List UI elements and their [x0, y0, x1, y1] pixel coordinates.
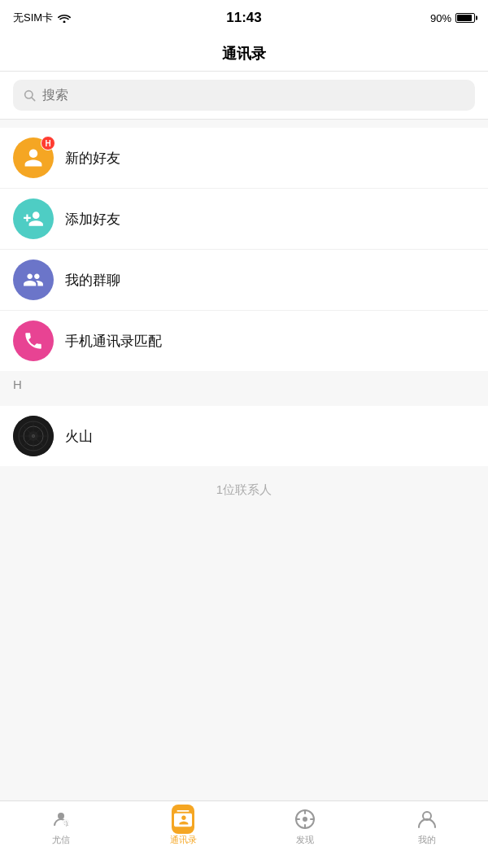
- phone-contacts-avatar: [13, 321, 54, 361]
- contacts-icon: [172, 808, 194, 831]
- battery-icon: [455, 13, 475, 23]
- mine-icon: [416, 808, 438, 831]
- status-right: 90%: [430, 12, 475, 24]
- wifi-icon: [58, 13, 71, 23]
- tab-mine-label: 我的: [418, 834, 436, 846]
- carrier-text: 无SIM卡: [13, 11, 53, 25]
- svg-line-1: [32, 98, 35, 101]
- add-friends-item[interactable]: 添加好友: [0, 189, 488, 250]
- status-bar: 无SIM卡 11:43 90%: [0, 0, 488, 36]
- contact-item-huoshan[interactable]: 火山: [0, 406, 488, 466]
- youxin-icon: :): [50, 808, 72, 831]
- group-chat-label: 我的群聊: [65, 271, 120, 290]
- search-container: [0, 72, 488, 120]
- status-left: 无SIM卡: [13, 11, 71, 25]
- tab-youxin-label: 尤信: [52, 834, 70, 846]
- section-header-h: H: [0, 371, 488, 398]
- discover-icon: [294, 808, 316, 831]
- quick-actions-list: H 新的好友 添加好友 我的群聊 手机通讯录匹配: [0, 128, 488, 371]
- search-input[interactable]: [42, 88, 465, 103]
- svg-text::): :): [64, 820, 68, 827]
- group-chat-item[interactable]: 我的群聊: [0, 250, 488, 311]
- new-friends-label: 新的好友: [65, 149, 120, 168]
- new-friends-avatar: H: [13, 137, 54, 178]
- huoshan-avatar: [13, 416, 54, 456]
- tab-youxin[interactable]: :) 尤信: [0, 808, 122, 846]
- new-friends-badge: H: [41, 136, 55, 150]
- contact-huoshan-name: 火山: [65, 427, 93, 446]
- page-title: 通讯录: [222, 44, 266, 63]
- group-chat-avatar: [13, 260, 54, 300]
- contact-count: 1位联系人: [0, 466, 488, 514]
- new-friends-item[interactable]: H 新的好友: [0, 128, 488, 189]
- svg-point-11: [58, 813, 64, 819]
- tab-contacts-label: 通讯录: [170, 834, 197, 846]
- search-bar[interactable]: [13, 80, 475, 111]
- add-friends-avatar: [13, 198, 54, 239]
- tab-contacts[interactable]: 通讯录: [122, 808, 244, 846]
- page-title-bar: 通讯录: [0, 36, 488, 72]
- search-icon: [23, 89, 36, 102]
- tab-discover-label: 发现: [296, 834, 314, 846]
- tab-mine[interactable]: 我的: [366, 808, 488, 846]
- tab-discover[interactable]: 发现: [244, 808, 366, 846]
- battery-fill: [457, 15, 472, 21]
- tab-bar: :) 尤信 通讯录 发现: [0, 800, 488, 868]
- contacts-list: 火山: [0, 406, 488, 466]
- phone-contacts-label: 手机通讯录匹配: [65, 332, 162, 351]
- battery-percent: 90%: [430, 12, 451, 24]
- phone-contacts-item[interactable]: 手机通讯录匹配: [0, 311, 488, 371]
- add-friends-label: 添加好友: [65, 210, 120, 229]
- svg-point-15: [303, 817, 307, 822]
- status-time: 11:43: [226, 10, 261, 26]
